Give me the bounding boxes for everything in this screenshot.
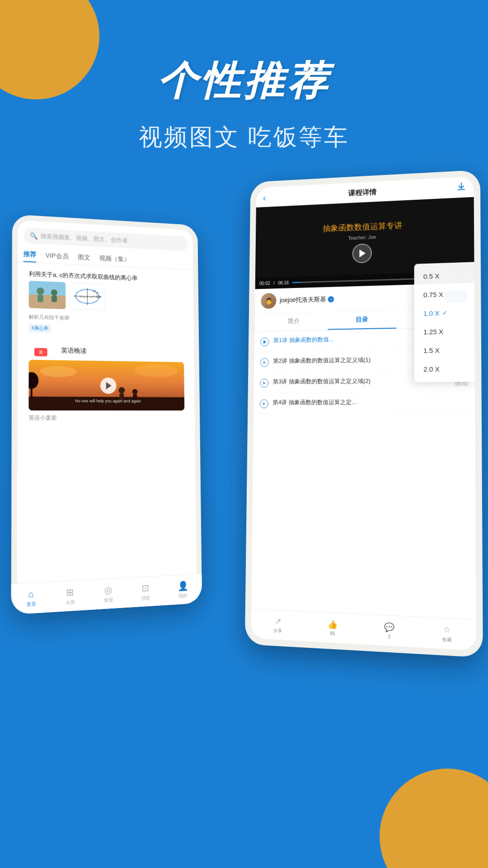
- share-label: 分享: [273, 627, 282, 634]
- search-placeholder: 搜索视频集、视频、图文、创作者: [40, 232, 127, 245]
- left-phone-inner: 🔍 搜索视频集、视频、图文、创作者 推荐 VIP会员 图文 视频（集） 利用关于…: [17, 220, 197, 609]
- verified-badge: ✓: [328, 296, 334, 302]
- right-phone-inner: ‹ 课程详情 抽象函数的数值运算专讲: [251, 176, 476, 651]
- download-button[interactable]: [456, 182, 467, 194]
- svg-text:x: x: [90, 295, 91, 298]
- action-like[interactable]: 👍 86: [328, 619, 338, 637]
- profile-icon: 👤: [178, 580, 188, 591]
- speed-1.0x[interactable]: 1.0 X ✓: [414, 303, 474, 323]
- phones-container: 🔍 搜索视频集、视频、图文、创作者 推荐 VIP会员 图文 视频（集） 利用关于…: [0, 172, 488, 859]
- left-phone: 🔍 搜索视频集、视频、图文、创作者 推荐 VIP会员 图文 视频（集） 利用关于…: [11, 214, 202, 615]
- time-separator: /: [273, 281, 275, 286]
- nav-home[interactable]: ⌂ 首页: [26, 589, 36, 608]
- course-item-4-info: 第4讲 抽象函数的数值运算之定...: [272, 398, 468, 406]
- search-icon: 🔍: [30, 232, 38, 240]
- tab-video[interactable]: 视频（集）: [99, 252, 130, 266]
- course-item-4[interactable]: 第4讲 抽象函数的数值运算之定...: [253, 392, 475, 414]
- nav-discover[interactable]: ◎ 发现: [103, 584, 113, 604]
- bottom-nav: ⌂ 首页 ⊞ 分类 ◎ 发现 ⊡ 消息 👤 我的: [17, 574, 197, 609]
- tab-catalog[interactable]: 目录: [328, 311, 397, 330]
- action-share[interactable]: ↗ 分享: [273, 616, 282, 634]
- time-total: 06:16: [278, 280, 289, 285]
- nav-messages-label: 消息: [141, 594, 150, 601]
- speed-2.0x[interactable]: 2.0 X: [414, 359, 475, 379]
- like-icon: 👍: [328, 619, 338, 630]
- play-icon-1: [260, 338, 269, 347]
- photo-thumbnail: [29, 281, 66, 309]
- action-collect[interactable]: ☆ 收藏: [442, 624, 451, 643]
- math-card-media: M A F O F x = 1(a›: [23, 281, 188, 317]
- math-card[interactable]: 利用关于a, c的齐次式求取双曲线的离心率: [23, 266, 189, 340]
- progress-fill: [292, 282, 300, 283]
- english-caption: 英语小废柴: [23, 413, 190, 426]
- share-icon: ↗: [274, 616, 281, 626]
- author-name: joejoe托洛夫斯基 ✓: [280, 295, 334, 305]
- nav-profile-label: 我的: [178, 592, 187, 599]
- svg-text:F: F: [87, 295, 89, 298]
- math-card-tag: #离心率: [29, 324, 51, 333]
- svg-text:O: O: [83, 295, 85, 298]
- english-card-title: 英语晚读: [56, 345, 92, 358]
- author-info: joejoe托洛夫斯基 ✓: [280, 295, 334, 305]
- time-current: 00:02: [259, 281, 270, 286]
- category-icon: ⊞: [66, 586, 74, 598]
- svg-rect-5: [52, 296, 57, 302]
- nav-home-label: 首页: [26, 601, 36, 608]
- header-section: 个性推荐 视频图文 吃饭等车: [0, 0, 488, 153]
- nav-category[interactable]: ⊞ 分类: [66, 586, 75, 606]
- tab-graphic[interactable]: 图文: [78, 250, 90, 264]
- back-button[interactable]: ‹: [263, 193, 266, 203]
- video-subtitle: No one will help you again and again: [28, 398, 184, 407]
- svg-rect-1: [29, 294, 66, 309]
- math-diagram: M A F O F x = 1(a›: [69, 283, 105, 311]
- video-play-button[interactable]: [352, 243, 372, 263]
- play-button[interactable]: [100, 377, 117, 394]
- speed-1.25x[interactable]: 1.25 X: [414, 321, 475, 341]
- svg-text:M: M: [93, 289, 96, 292]
- messages-icon: ⊡: [141, 582, 149, 594]
- right-phone: ‹ 课程详情 抽象函数的数值运算专讲: [245, 170, 483, 658]
- speed-1.5x[interactable]: 1.5 X: [414, 340, 475, 360]
- course-actions: ↗ 分享 👍 86 💬 2 ☆ 收藏: [251, 609, 476, 651]
- svg-text:A: A: [96, 291, 99, 294]
- svg-text:F: F: [80, 295, 82, 298]
- math-thumbnail: M A F O F x = 1(a›: [69, 283, 105, 311]
- tab-intro[interactable]: 简介: [261, 312, 328, 331]
- play-icon-4: [260, 400, 268, 409]
- like-count: 86: [330, 631, 335, 637]
- speed-menu: 0.5 X 0.75 X 1.0 X ✓ 1.25 X 1.5 X 2.0 X: [414, 262, 475, 382]
- speed-0.5x[interactable]: 0.5 X: [414, 265, 474, 286]
- nav-category-label: 分类: [66, 599, 75, 606]
- action-comment[interactable]: 💬 2: [384, 622, 394, 640]
- nav-discover-label: 发现: [103, 597, 113, 604]
- svg-text:= 1(a›: = 1(a›: [92, 294, 102, 299]
- english-video-thumb[interactable]: No one will help you again and again: [28, 360, 184, 410]
- nav-profile[interactable]: 👤 我的: [178, 580, 188, 599]
- english-card[interactable]: 新 英语晚读: [23, 340, 190, 426]
- tab-vip[interactable]: VIP会员: [46, 249, 69, 264]
- collect-icon: ☆: [443, 624, 451, 635]
- speed-0.75x[interactable]: 0.75 X: [414, 284, 474, 305]
- nav-messages[interactable]: ⊡ 消息: [141, 582, 150, 601]
- home-icon: ⌂: [28, 589, 34, 600]
- play-icon-2: [260, 358, 269, 367]
- new-badge: 新: [34, 348, 47, 357]
- comment-icon: 💬: [384, 622, 394, 633]
- video-main-title: 抽象函数数值运算专讲: [323, 220, 403, 234]
- course-item-4-title: 第4讲 抽象函数的数值运算之定...: [272, 398, 468, 406]
- search-bar[interactable]: 🔍 搜索视频集、视频、图文、创作者: [23, 227, 188, 251]
- tab-recommend[interactable]: 推荐: [23, 247, 36, 262]
- main-title: 个性推荐: [0, 54, 488, 108]
- collect-label: 收藏: [442, 636, 452, 643]
- play-icon-3: [260, 379, 268, 388]
- course-title: 课程详情: [348, 188, 376, 198]
- discover-icon: ◎: [104, 584, 112, 596]
- comment-count: 2: [388, 634, 390, 639]
- video-teacher: Teacher: Joe: [348, 234, 376, 241]
- thumb-people-bg: [29, 281, 66, 309]
- svg-rect-3: [38, 295, 43, 302]
- sub-title: 视频图文 吃饭等车: [0, 122, 488, 153]
- author-avatar: 👨: [261, 293, 276, 309]
